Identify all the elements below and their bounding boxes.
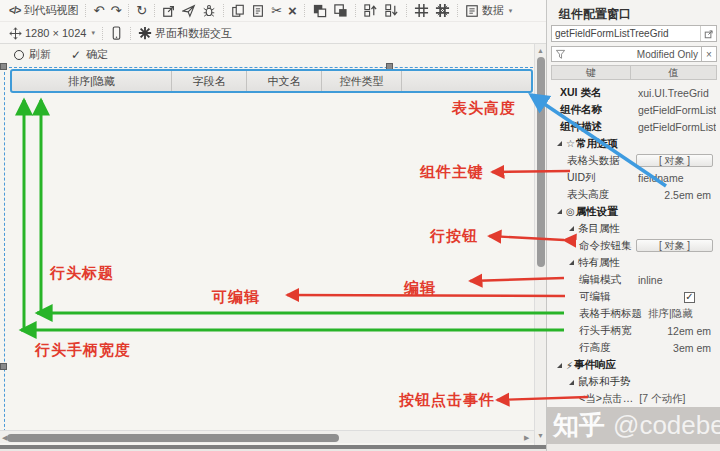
expand-triangle-icon[interactable]: [569, 380, 574, 385]
annotation-header-height: 表头高度: [452, 99, 516, 118]
expand-triangle-icon[interactable]: [557, 209, 562, 214]
property-row-command-buttons[interactable]: 命令按钮集 [ 对象 ]: [551, 237, 717, 254]
resolution-selector[interactable]: 1280 × 1024 ▾: [6, 24, 98, 42]
undo-button[interactable]: ↶: [90, 2, 107, 20]
section-common-options[interactable]: ☆ 常用选项: [551, 135, 717, 152]
refresh-button[interactable]: ↻: [133, 2, 150, 20]
scroll-down-icon[interactable]: ▼: [537, 432, 544, 439]
delete-button[interactable]: ×: [285, 2, 300, 20]
property-row-click-event[interactable]: <当>点击… [7 个动作]: [551, 391, 717, 408]
treegrid-header-cell[interactable]: 中文名: [247, 71, 322, 91]
panel-title: 组件配置窗口: [559, 6, 631, 23]
vertical-scrollbar[interactable]: ▲ ▼: [534, 44, 546, 445]
selection-handle[interactable]: [0, 63, 7, 70]
section-item-properties[interactable]: 条目属性: [551, 220, 717, 237]
section-special-properties[interactable]: 特有属性: [551, 254, 717, 271]
vertical-scroll-thumb[interactable]: [537, 57, 545, 267]
watermark-band: 知乎 @codebee: [547, 407, 720, 444]
toolbar-row-2: 1280 × 1024 ▾ 界面和数据交互: [0, 22, 546, 44]
bring-front-button[interactable]: [309, 2, 330, 20]
delete-icon: ×: [288, 3, 297, 18]
paste-button[interactable]: [248, 2, 268, 20]
form-icon: [465, 4, 479, 18]
filter-close-button[interactable]: ×: [702, 46, 717, 62]
property-row-row-height[interactable]: 行高度 3em em: [551, 340, 717, 357]
object-editor-button[interactable]: [ 对象 ]: [636, 239, 713, 252]
paste-icon: [251, 4, 265, 18]
move-down-button[interactable]: [381, 2, 402, 20]
refresh-icon: ↻: [136, 4, 147, 17]
property-row-component-desc[interactable]: 组件描述 getFieldFormList: [551, 118, 717, 135]
send-back-button[interactable]: [330, 2, 351, 20]
copy-icon: [231, 4, 245, 18]
design-canvas[interactable]: 刷新 ✓ 确定 排序|隐藏 字段名 中文名 控件类型 表头高度 组件主键 行按钮…: [0, 44, 546, 451]
gear-icon: [138, 26, 152, 40]
property-row-editable[interactable]: 可编辑 ✓: [551, 289, 717, 306]
property-row-handle-title[interactable]: 表格手柄标题 排序|隐藏: [551, 306, 717, 323]
scroll-up-icon[interactable]: ▲: [537, 47, 544, 54]
expand-triangle-icon[interactable]: [569, 260, 574, 265]
mobile-preview-button[interactable]: [107, 24, 126, 42]
expand-triangle-icon[interactable]: [557, 363, 562, 368]
data-menu-button[interactable]: 数据 ▾: [462, 2, 516, 20]
section-property-settings[interactable]: ◎ 属性设置: [551, 203, 717, 220]
code-view-button[interactable]: </> 到代码视图: [6, 2, 81, 20]
snap-grid-button[interactable]: [432, 2, 453, 20]
annotation-button-click-event: 按钮点击事件: [399, 391, 495, 410]
move-up-button[interactable]: [360, 2, 381, 20]
treegrid-header-cell[interactable]: 控件类型: [322, 71, 402, 91]
redo-icon: ↷: [110, 4, 121, 17]
grid-button[interactable]: [411, 2, 432, 20]
property-row-xui-class[interactable]: XUI 类名 xui.UI.TreeGrid: [551, 84, 717, 101]
bug-icon: [202, 4, 216, 18]
annotation-row-header-title: 行头标题: [50, 264, 114, 283]
move-resize-icon: [9, 27, 22, 40]
bullseye-icon: ◎: [566, 206, 575, 217]
move-up-icon: [363, 3, 378, 18]
send-button[interactable]: [179, 2, 199, 20]
property-row-component-name[interactable]: 组件名称 getFieldFormListTree...: [551, 101, 717, 118]
debug-button[interactable]: [199, 2, 219, 20]
redo-button[interactable]: ↷: [107, 2, 124, 20]
editable-checkbox[interactable]: ✓: [684, 292, 695, 303]
treegrid-header-cell[interactable]: [402, 71, 531, 91]
interaction-mode-button[interactable]: 界面和数据交互: [135, 24, 235, 42]
filter-toggle[interactable]: Modified Only: [551, 46, 702, 62]
chevron-down-icon: ▾: [509, 7, 513, 15]
expand-triangle-icon[interactable]: [569, 226, 574, 231]
check-icon: ✓: [71, 48, 81, 62]
app-window: </> 到代码视图 ↶ ↷ ↻ ✂: [0, 0, 720, 451]
code-icon: </>: [9, 6, 20, 16]
horizontal-scrollbar[interactable]: ◀ ▶: [0, 430, 534, 443]
selection-handle[interactable]: [0, 363, 7, 370]
expand-triangle-icon[interactable]: [557, 141, 562, 146]
lightning-icon: ⚡: [566, 360, 573, 371]
property-row-header-data[interactable]: 表格头数据 [ 对象 ]: [551, 152, 717, 169]
copy-button[interactable]: [228, 2, 248, 20]
object-editor-button[interactable]: [ 对象 ]: [636, 154, 713, 167]
treegrid-header-row[interactable]: 排序|隐藏 字段名 中文名 控件类型: [10, 69, 533, 93]
snap-grid-icon: [435, 3, 450, 18]
property-row-handle-width[interactable]: 行头手柄宽 12em em: [551, 323, 717, 340]
popout-button[interactable]: [700, 26, 716, 41]
horizontal-scroll-thumb[interactable]: [7, 434, 339, 442]
cut-button[interactable]: ✂: [268, 2, 285, 20]
treegrid-header-cell[interactable]: 字段名: [172, 71, 247, 91]
property-row-edit-mode[interactable]: 编辑模式 inline: [551, 272, 717, 289]
confirm-button[interactable]: ✓ 确定: [71, 47, 108, 62]
section-event-response[interactable]: ⚡ 事件响应: [551, 357, 717, 374]
bring-front-icon: [312, 3, 327, 18]
actions-count-badge[interactable]: [7 个动作]: [639, 392, 685, 406]
close-icon: ×: [706, 49, 712, 60]
refresh-circle-icon: [14, 50, 24, 60]
section-mouse-gesture[interactable]: 鼠标和手势: [551, 374, 717, 391]
undo-icon: ↶: [93, 4, 104, 17]
scroll-right-icon[interactable]: ▶: [524, 434, 529, 441]
export-button[interactable]: [159, 2, 179, 20]
component-id-input[interactable]: getFieldFormListTreeGrid: [552, 26, 700, 41]
refresh-grid-button[interactable]: 刷新: [14, 47, 51, 62]
property-row-header-height[interactable]: 表头高度 2.5em em: [551, 186, 717, 203]
treegrid-header-cell[interactable]: 排序|隐藏: [12, 71, 172, 91]
value-column-header: 值: [631, 66, 716, 79]
property-row-uid-column[interactable]: UID列 fieldname: [551, 169, 717, 186]
